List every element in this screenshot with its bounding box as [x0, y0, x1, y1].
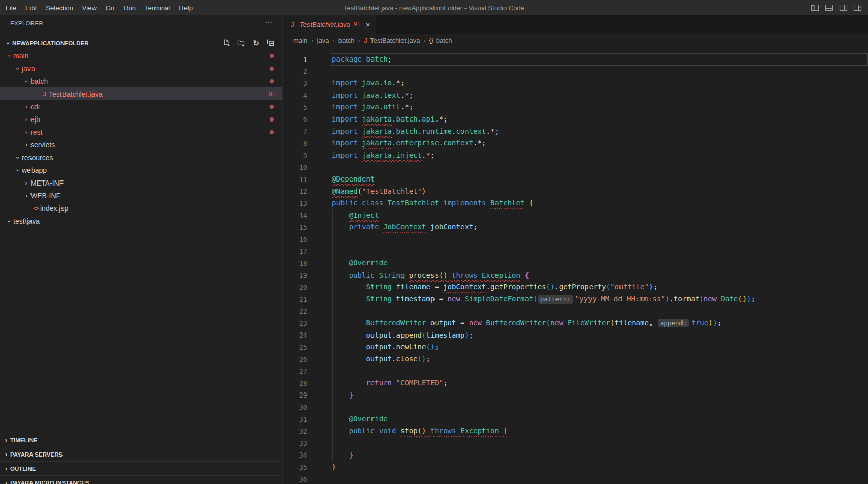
code-line[interactable]: 25 output.newLine();	[283, 341, 868, 353]
code-line[interactable]: 24 output.append(timestamp);	[283, 329, 868, 342]
line-number[interactable]: 35	[283, 463, 307, 471]
line-number[interactable]: 2	[283, 67, 307, 75]
code-line[interactable]: 4import java.text.*;	[283, 89, 868, 102]
menu-run[interactable]: Run	[119, 0, 140, 15]
menu-go[interactable]: Go	[101, 0, 119, 15]
menu-edit[interactable]: Edit	[21, 0, 41, 15]
line-number[interactable]: 6	[283, 115, 307, 124]
workspace-root[interactable]: ›NEWAPPLICATIONFOLDER↻	[0, 37, 282, 49]
line-number[interactable]: 14	[283, 211, 307, 220]
line-number[interactable]: 23	[283, 319, 307, 327]
line-number[interactable]: 4	[283, 92, 307, 100]
tree-item-ejb[interactable]: ›ejb	[0, 113, 282, 126]
line-number[interactable]: 1	[283, 55, 307, 64]
breadcrumb-item-testbatchlet-java[interactable]: JTestBatchlet.java	[364, 37, 420, 44]
code-line[interactable]: 5import java.util.*;	[283, 101, 868, 113]
line-number[interactable]: 7	[283, 127, 307, 135]
customize-layout-icon[interactable]	[853, 4, 862, 11]
toggle-panel-icon[interactable]	[825, 4, 833, 11]
line-number[interactable]: 18	[283, 259, 307, 267]
tree-item-servlets[interactable]: ›servlets	[0, 138, 282, 151]
tree-item-cdi[interactable]: ›cdi	[0, 100, 282, 113]
line-number[interactable]: 32	[283, 427, 307, 435]
line-number[interactable]: 31	[283, 415, 307, 424]
code-line[interactable]: 35}	[283, 461, 868, 473]
tree-item-java[interactable]: ›java	[0, 62, 282, 75]
code-line[interactable]: 13public class TestBatchlet implements B…	[283, 197, 868, 209]
sidebar-section-payara-micro-instances[interactable]: ›PAYARA MICRO INSTANCES	[0, 475, 282, 484]
sidebar-section-outline[interactable]: ›OUTLINE	[0, 461, 282, 475]
line-number[interactable]: 3	[283, 79, 307, 87]
line-number[interactable]: 5	[283, 103, 307, 111]
line-number[interactable]: 11	[283, 175, 307, 184]
line-number[interactable]: 22	[283, 307, 307, 315]
line-number[interactable]: 8	[283, 139, 307, 147]
line-number[interactable]: 29	[283, 391, 307, 399]
code-line[interactable]: 27	[283, 365, 868, 377]
code-line[interactable]: 21 String timestamp = new SimpleDateForm…	[283, 293, 868, 306]
line-number[interactable]: 12	[283, 187, 307, 195]
code-line[interactable]: 17	[283, 246, 868, 258]
code-line[interactable]: 15 private JobContext jobContext;	[283, 221, 868, 233]
code-line[interactable]: 20 String filename = jobContext.getPrope…	[283, 281, 868, 293]
code-line[interactable]: 8import jakarta.enterprise.context.*;	[283, 137, 868, 149]
code-editor[interactable]: 1package batch;23import java.io.*;4impor…	[283, 47, 868, 484]
code-line[interactable]: 22	[283, 305, 868, 317]
code-line[interactable]: 7import jakarta.batch.runtime.context.*;	[283, 126, 868, 138]
code-line[interactable]: 3import java.io.*;	[283, 77, 868, 89]
tree-item-resources[interactable]: ›resources	[0, 151, 282, 164]
code-line[interactable]: 26 output.close();	[283, 353, 868, 366]
code-line[interactable]: 1package batch;	[283, 53, 868, 66]
tree-item-testbatchlet-java[interactable]: JTestBatchlet.java9+	[0, 87, 282, 100]
code-line[interactable]: 2	[283, 66, 868, 78]
menu-help[interactable]: Help	[174, 0, 197, 15]
code-line[interactable]: 28 return "COMPLETED";	[283, 377, 868, 389]
line-number[interactable]: 25	[283, 343, 307, 351]
line-number[interactable]: 26	[283, 355, 307, 364]
tree-item-index-jsp[interactable]: <>index.jsp	[0, 202, 282, 215]
code-line[interactable]: 33	[283, 437, 868, 449]
sidebar-section-payara-servers[interactable]: ›PAYARA SERVERS	[0, 447, 282, 461]
line-number[interactable]: 28	[283, 379, 307, 387]
breadcrumb-item-batch[interactable]: batch	[338, 37, 355, 44]
code-line[interactable]: 14 @Inject	[283, 209, 868, 222]
line-number[interactable]: 13	[283, 199, 307, 207]
menu-file[interactable]: File	[1, 0, 21, 15]
breadcrumb-item-main[interactable]: main	[293, 37, 307, 44]
line-number[interactable]: 9	[283, 152, 307, 160]
code-line[interactable]: 29 }	[283, 389, 868, 402]
tree-item-rest[interactable]: ›rest	[0, 126, 282, 138]
line-number[interactable]: 16	[283, 235, 307, 244]
line-number[interactable]: 27	[283, 367, 307, 375]
code-line[interactable]: 19 public String process() throws Except…	[283, 269, 868, 282]
line-number[interactable]: 10	[283, 163, 307, 171]
code-line[interactable]: 31 @Override	[283, 413, 868, 426]
menu-terminal[interactable]: Terminal	[140, 0, 174, 15]
line-number[interactable]: 36	[283, 475, 307, 483]
line-number[interactable]: 34	[283, 451, 307, 459]
tree-item-webapp[interactable]: ›webapp	[0, 164, 282, 176]
collapse-all-icon[interactable]	[266, 39, 275, 47]
tree-item-test-java[interactable]: ›test\java	[0, 215, 282, 227]
code-line[interactable]: 32 public void stop() throws Exception {	[283, 425, 868, 437]
line-number[interactable]: 20	[283, 283, 307, 291]
code-line[interactable]: 34 }	[283, 449, 868, 462]
breadcrumb-item-batch[interactable]: {}batch	[429, 37, 452, 44]
menu-selection[interactable]: Selection	[41, 0, 77, 15]
breadcrumb-item-java[interactable]: java	[317, 37, 329, 44]
more-actions-icon[interactable]: ⋯	[265, 20, 273, 25]
code-line[interactable]: 9import jakarta.inject.*;	[283, 149, 868, 162]
close-icon[interactable]: ×	[366, 20, 370, 29]
line-number[interactable]: 17	[283, 247, 307, 255]
tab-testbatchlet[interactable]: J TestBatchlet.java 9+ ×	[283, 15, 376, 34]
line-number[interactable]: 19	[283, 271, 307, 279]
code-line[interactable]: 10	[283, 161, 868, 173]
tree-item-main[interactable]: ›main	[0, 49, 282, 62]
line-number[interactable]: 24	[283, 331, 307, 339]
code-line[interactable]: 11@Dependent	[283, 173, 868, 186]
line-number[interactable]: 30	[283, 403, 307, 411]
code-line[interactable]: 30	[283, 401, 868, 413]
line-number[interactable]: 33	[283, 439, 307, 447]
code-line[interactable]: 18 @Override	[283, 257, 868, 269]
tree-item-meta-inf[interactable]: ›META-INF	[0, 176, 282, 189]
